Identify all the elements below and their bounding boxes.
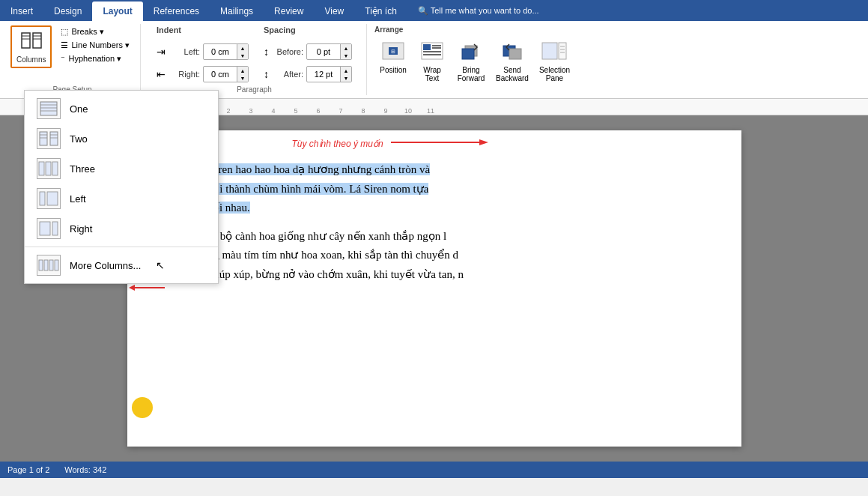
- spacing-before-arrows[interactable]: ▲ ▼: [340, 44, 351, 59]
- svg-rect-29: [50, 132, 58, 145]
- tab-mailings[interactable]: Mailings: [210, 1, 264, 21]
- spacing-before-up[interactable]: ▲: [341, 44, 351, 52]
- col-left-item[interactable]: Left: [25, 184, 218, 214]
- spacing-after-value[interactable]: [307, 69, 340, 79]
- paragraph-group-label: Paragraph: [237, 82, 272, 94]
- indent-right-input[interactable]: ▲ ▼: [203, 66, 249, 82]
- spacing-after-input[interactable]: ▲ ▼: [306, 66, 352, 82]
- hyphenation-button[interactable]: ⁻ Hyphenation ▾: [56, 52, 134, 65]
- selection-pane-icon: [541, 40, 568, 66]
- svg-rect-1: [33, 33, 41, 48]
- selection-pane-label: Selection Pane: [539, 66, 570, 82]
- indent-section: Indent ⇥ Left: ▲ ▼ ⇤: [157, 25, 249, 82]
- svg-marker-48: [129, 285, 135, 291]
- svg-rect-36: [52, 162, 58, 175]
- arrange-label: Arrange: [374, 25, 403, 34]
- svg-rect-24: [40, 102, 57, 115]
- tab-tienich[interactable]: Tiện ích: [354, 1, 407, 21]
- indent-left-input[interactable]: ▲ ▼: [203, 43, 249, 60]
- breaks-button[interactable]: ⬚ Breaks ▾: [56, 25, 134, 38]
- ruler-mark-6: 6: [307, 107, 330, 115]
- indent-left-row: ⇥ Left: ▲ ▼: [157, 43, 249, 60]
- indent-right-down[interactable]: ▼: [237, 74, 248, 82]
- tab-insert[interactable]: Insert: [0, 1, 43, 21]
- spacing-before-value[interactable]: [307, 46, 340, 57]
- svg-rect-19: [542, 43, 557, 59]
- indent-right-arrows[interactable]: ▲ ▼: [237, 67, 248, 82]
- spacing-after-label: After:: [273, 70, 303, 79]
- ribbon-tabs: Insert Design Layout References Mailings…: [0, 0, 868, 21]
- col-one-label: One: [70, 103, 88, 115]
- annotation-arrow: [391, 136, 488, 151]
- svg-rect-16: [462, 49, 474, 59]
- svg-rect-37: [40, 192, 45, 205]
- send-backward-button[interactable]: Send Backward: [491, 37, 533, 85]
- col-right-label: Right: [70, 223, 92, 235]
- ruler-mark-4: 4: [262, 107, 285, 115]
- wrap-text-button[interactable]: Wrap Text: [413, 37, 451, 85]
- spacing-label: Spacing: [264, 25, 352, 34]
- annotation-text: Tùy chỉnh theo ý muốn: [292, 139, 383, 149]
- line-numbers-button[interactable]: ☰ Line Numbers ▾: [56, 39, 134, 52]
- svg-rect-40: [52, 222, 58, 235]
- col-one-icon: [37, 98, 61, 119]
- ribbon-content: Columns ⬚ Breaks ▾ ☰ Line Numbers ▾ ⁻ Hy…: [0, 21, 868, 99]
- document-page[interactable]: Tùy chỉnh theo ý muốn nhìn, hoa Siren ha…: [127, 130, 741, 447]
- col-more-icon: [37, 255, 61, 276]
- position-button[interactable]: ⊞ Position: [374, 37, 412, 85]
- col-more-item[interactable]: More Columns... ↖: [25, 250, 218, 280]
- indent-left-arrows[interactable]: ▲ ▼: [237, 44, 248, 59]
- spacing-after-arrows[interactable]: ▲ ▼: [340, 67, 351, 82]
- indent-left-value[interactable]: [204, 46, 237, 57]
- col-two-item[interactable]: Two: [25, 124, 218, 154]
- col-left-label: Left: [70, 193, 86, 205]
- tab-references[interactable]: References: [143, 1, 210, 21]
- svg-rect-44: [55, 260, 58, 270]
- send-backward-icon: [500, 40, 524, 66]
- col-left-icon: [37, 188, 61, 209]
- indent-right-up[interactable]: ▲: [237, 67, 248, 74]
- svg-rect-18: [509, 49, 521, 59]
- status-bar: Page 1 of 2 Words: 342: [0, 462, 868, 478]
- bring-forward-button[interactable]: Bring Forward: [452, 37, 490, 85]
- indent-left-up[interactable]: ▲: [237, 44, 248, 52]
- svg-rect-39: [40, 222, 50, 235]
- tab-layout[interactable]: Layout: [92, 1, 142, 21]
- indent-spacing-content: Indent ⇥ Left: ▲ ▼ ⇤: [157, 25, 352, 82]
- tab-tell[interactable]: 🔍 Tell me what you want to do...: [407, 1, 557, 21]
- selection-pane-button[interactable]: Selection Pane: [535, 37, 574, 85]
- wrap-text-icon: [420, 40, 444, 66]
- group-indent-spacing: Indent ⇥ Left: ▲ ▼ ⇤: [142, 24, 367, 95]
- columns-button[interactable]: Columns: [10, 25, 52, 68]
- tab-view[interactable]: View: [314, 1, 354, 21]
- indent-right-row: ⇤ Right: ▲ ▼: [157, 66, 249, 82]
- cursor-indicator: ↖: [156, 259, 165, 271]
- col-divider: [25, 247, 218, 247]
- col-right-item[interactable]: Right: [25, 214, 218, 244]
- indent-right-value[interactable]: [204, 69, 237, 79]
- tab-design[interactable]: Design: [43, 1, 92, 21]
- indent-left-icon: ⇥: [157, 46, 166, 58]
- svg-rect-35: [46, 162, 51, 175]
- annotation: Tùy chỉnh theo ý muốn: [292, 136, 488, 151]
- hyphenation-icon: ⁻: [61, 54, 65, 64]
- breaks-icon: ⬚: [61, 27, 68, 37]
- col-one-item[interactable]: One: [25, 94, 218, 124]
- spacing-before-down[interactable]: ▼: [341, 52, 351, 59]
- spacing-before-input[interactable]: ▲ ▼: [306, 43, 352, 60]
- col-right-icon: [37, 218, 61, 239]
- spacing-after-up[interactable]: ▲: [341, 67, 351, 74]
- line-numbers-icon: ☰: [61, 40, 68, 50]
- status-pages: Page 1 of 2: [7, 465, 49, 474]
- indent-left-down[interactable]: ▼: [237, 52, 248, 59]
- arrange-buttons: ⊞ Position: [374, 37, 574, 85]
- indent-right-icon: ⇤: [157, 68, 166, 80]
- position-label: Position: [380, 66, 407, 74]
- tab-review[interactable]: Review: [264, 1, 314, 21]
- columns-icon: [20, 30, 43, 54]
- svg-rect-0: [22, 33, 30, 48]
- ruler-mark-2: 2: [217, 107, 240, 115]
- col-three-item[interactable]: Three: [25, 154, 218, 184]
- ribbon: Insert Design Layout References Mailings…: [0, 0, 868, 99]
- spacing-after-down[interactable]: ▼: [341, 74, 351, 82]
